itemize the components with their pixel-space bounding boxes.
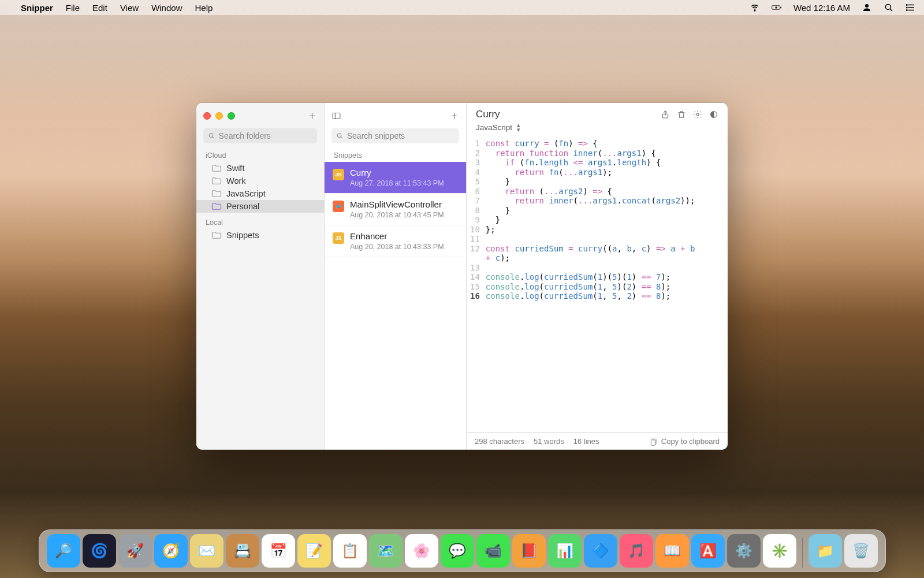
dock-app-messages[interactable]: 💬 (441, 534, 474, 568)
dock-app-photos[interactable]: 🌸 (405, 534, 438, 568)
dock-app-notes[interactable]: 📝 (297, 534, 331, 568)
window-traffic-lights (203, 112, 235, 120)
svg-point-8 (209, 134, 213, 137)
folder-item[interactable]: Work (196, 175, 324, 187)
snippet-title[interactable]: Curry (476, 109, 661, 120)
search-icon (208, 132, 215, 140)
dock-app-books[interactable]: 📕 (512, 534, 546, 568)
folder-label: JavaScript (226, 189, 266, 198)
menubar: Snipper File Edit View Window Help Wed 1… (0, 0, 924, 15)
add-folder-button[interactable] (307, 111, 317, 121)
dock-app-keynote[interactable]: 🔷 (584, 534, 617, 568)
menu-view[interactable]: View (120, 3, 139, 13)
snippets-section-label: Snippets (325, 149, 466, 162)
snippet-item[interactable]: JS Curry Aug 27, 2018 at 11:53:43 PM (325, 162, 466, 194)
dock-app-maps[interactable]: 🗺️ (369, 534, 403, 568)
dock-app-facetime[interactable]: 📹 (476, 534, 510, 568)
snippet-item-date: Aug 20, 2018 at 10:43:33 PM (350, 243, 444, 251)
user-icon[interactable] (862, 2, 872, 13)
folders-search[interactable] (203, 128, 317, 143)
snippet-item-date: Aug 20, 2018 at 10:43:45 PM (350, 211, 444, 219)
svg-point-12 (696, 113, 699, 116)
svg-point-6 (907, 7, 908, 8)
editor-statusbar: 298 characters 51 words 16 lines Copy to… (467, 432, 728, 450)
dock-app-safari[interactable]: 🧭 (154, 534, 188, 568)
svg-rect-15 (651, 440, 655, 445)
folder-item[interactable]: Swift (196, 162, 324, 175)
wifi-icon[interactable] (750, 2, 760, 13)
dock-app-reminders[interactable]: 📋 (333, 534, 367, 568)
folder-icon (211, 231, 222, 239)
folders-section-local: Local (196, 216, 324, 229)
snippets-search[interactable] (331, 128, 459, 143)
menu-list-icon[interactable] (906, 2, 916, 13)
dock-app-launchpad[interactable]: 🚀 (118, 534, 152, 568)
copy-to-clipboard-button[interactable]: Copy to clipboard (650, 437, 720, 446)
svg-point-0 (754, 10, 755, 12)
folders-search-input[interactable] (219, 131, 312, 140)
snippet-item-title: MainSplitViewController (350, 199, 444, 209)
language-badge-icon: 🐦 (333, 201, 344, 212)
menu-window[interactable]: Window (151, 3, 182, 13)
folder-item[interactable]: JavaScript (196, 187, 324, 200)
language-badge-icon: JS (333, 169, 344, 180)
menu-file[interactable]: File (66, 3, 80, 13)
window-minimize-button[interactable] (215, 112, 223, 120)
dock-app-calendar[interactable]: 📅 (262, 534, 295, 568)
code-content[interactable]: const curry = (fn) => { return function … (486, 139, 695, 432)
svg-rect-2 (780, 7, 781, 9)
dock-app-finder[interactable]: 🔎 (47, 534, 80, 568)
dock-app-snipper[interactable]: ✳️ (763, 534, 796, 568)
dock-app-siri[interactable]: 🌀 (83, 534, 116, 568)
menu-edit[interactable]: Edit (92, 3, 107, 13)
toggle-sidebar-button[interactable] (331, 111, 341, 121)
dock-app-mail[interactable]: ✉️ (190, 534, 223, 568)
menubar-clock[interactable]: Wed 12:16 AM (793, 3, 850, 13)
status-chars: 298 characters (475, 437, 524, 446)
snippets-search-input[interactable] (347, 131, 454, 140)
trash-icon[interactable] (677, 110, 686, 119)
window-zoom-button[interactable] (228, 112, 235, 120)
svg-point-5 (907, 5, 908, 6)
folder-label: Snippets (226, 231, 259, 240)
language-picker[interactable]: JavaScript ▴▾ (467, 123, 728, 136)
snippet-item-title: Enhancer (350, 231, 444, 241)
folder-item[interactable]: Personal (196, 200, 324, 213)
dock-app-contacts[interactable]: 📇 (226, 534, 259, 568)
dock-downloads[interactable]: 📁 (808, 534, 842, 568)
menu-help[interactable]: Help (195, 3, 213, 13)
dock-app-ibooks[interactable]: 📖 (655, 534, 689, 568)
snippets-pane: Snippets JS Curry Aug 27, 2018 at 11:53:… (325, 103, 467, 450)
dock-separator (802, 538, 803, 568)
dock-app-preferences[interactable]: ⚙️ (727, 534, 761, 568)
folder-icon (211, 202, 222, 210)
folder-label: Swift (226, 164, 244, 173)
line-gutter: 123456789101112 13141516 (470, 139, 486, 432)
editor-pane: Curry JavaScript ▴▾ 123456789101112 1314… (467, 103, 728, 450)
add-snippet-button[interactable] (449, 111, 459, 121)
language-label: JavaScript (476, 123, 512, 132)
window-close-button[interactable] (203, 112, 211, 120)
theme-toggle-icon[interactable] (709, 110, 718, 119)
clipboard-icon (650, 438, 658, 446)
folders-pane: iCloud SwiftWorkJavaScriptPersonal Local… (196, 103, 325, 450)
battery-icon[interactable] (772, 2, 782, 13)
status-lines: 16 lines (573, 437, 599, 446)
dock: 🔎🌀🚀🧭✉️📇📅📝📋🗺️🌸💬📹📕📊🔷🎵📖🅰️⚙️✳️📁🗑️ (0, 529, 924, 572)
folders-section-icloud: iCloud (196, 149, 324, 162)
menubar-app-name[interactable]: Snipper (21, 3, 53, 13)
folder-item[interactable]: Snippets (196, 229, 324, 242)
snippet-item[interactable]: JS Enhancer Aug 20, 2018 at 10:43:33 PM (325, 225, 466, 257)
share-icon[interactable] (661, 110, 670, 119)
dock-trash[interactable]: 🗑️ (844, 534, 878, 568)
dock-app-music[interactable]: 🎵 (620, 534, 653, 568)
search-icon (336, 132, 344, 140)
spotlight-icon[interactable] (884, 2, 894, 13)
snippet-item[interactable]: 🐦 MainSplitViewController Aug 20, 2018 a… (325, 194, 466, 225)
app-window: iCloud SwiftWorkJavaScriptPersonal Local… (196, 103, 728, 450)
code-editor[interactable]: 123456789101112 13141516 const curry = (… (467, 136, 728, 432)
dock-app-numbers[interactable]: 📊 (548, 534, 582, 568)
dock-app-appstore[interactable]: 🅰️ (691, 534, 725, 568)
gear-icon[interactable] (693, 110, 702, 119)
status-words: 51 words (534, 437, 564, 446)
